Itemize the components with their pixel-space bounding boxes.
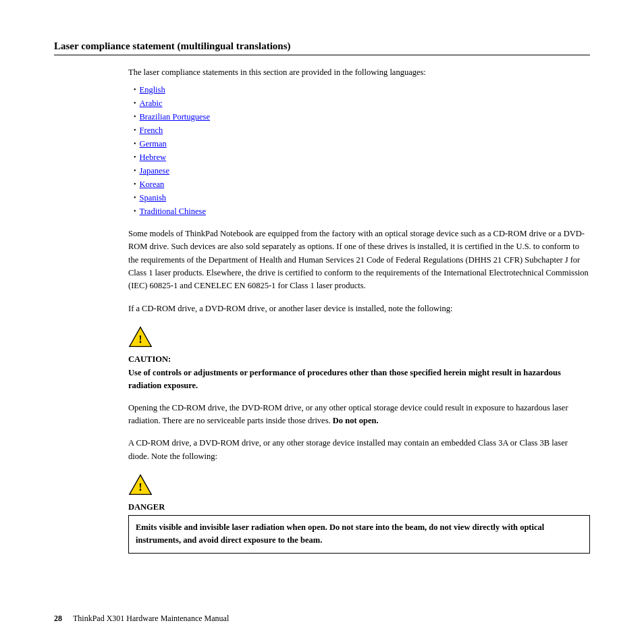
page: Laser compliance statement (multilingual… [0,0,644,644]
language-link[interactable]: Japanese [140,164,169,178]
para2: If a CD-ROM drive, a DVD-ROM drive, or a… [128,302,590,315]
caution-block: ! CAUTION: Use of controls or adjustment… [128,325,590,392]
para3-bold: Do not open. [333,416,379,425]
language-link[interactable]: Brazilian Portuguese [140,110,211,124]
danger-label: DANGER [128,502,590,512]
svg-text:!: ! [138,333,142,346]
language-list-item: Spanish [134,191,590,205]
language-link[interactable]: German [140,137,167,151]
language-list-item: German [134,137,590,151]
language-link[interactable]: English [140,83,165,97]
language-list-item: Brazilian Portuguese [134,110,590,124]
danger-text: Emits visible and invisible laser radiat… [136,521,583,547]
language-link[interactable]: Hebrew [140,151,167,164]
warning-icon: ! [128,325,153,349]
caution-text: Use of controls or adjustments or perfor… [128,367,590,392]
language-list-item: Arabic [134,97,590,110]
svg-text:!: ! [138,481,142,493]
language-list-item: Korean [134,178,590,191]
intro-text: The laser compliance statements in this … [128,66,590,79]
section-title: Laser compliance statement (multilingual… [54,41,590,55]
caution-label: CAUTION: [128,354,590,365]
danger-icon: ! [128,473,153,497]
danger-box: Emits visible and invisible laser radiat… [128,515,590,554]
footer-title: ThinkPad X301 Hardware Maintenance Manua… [73,614,229,624]
language-list: EnglishArabicBrazilian PortugueseFrenchG… [134,83,590,218]
language-link[interactable]: Korean [140,178,165,191]
language-list-item: English [134,83,590,97]
language-link[interactable]: Arabic [140,97,163,110]
language-list-item: Hebrew [134,151,590,164]
para4: A CD-ROM drive, a DVD-ROM drive, or any … [128,437,590,463]
language-link[interactable]: Spanish [140,191,167,205]
footer-page-number: 28 [54,614,62,624]
language-link[interactable]: Traditional Chinese [140,205,207,218]
language-list-item: Traditional Chinese [134,205,590,218]
para3: Opening the CD-ROM drive, the DVD-ROM dr… [128,402,590,428]
language-list-item: French [134,124,590,137]
language-list-item: Japanese [134,164,590,178]
footer: 28 ThinkPad X301 Hardware Maintenance Ma… [54,614,590,624]
language-link[interactable]: French [140,124,163,137]
danger-block: ! DANGER Emits visible and invisible las… [128,473,590,554]
para1: Some models of ThinkPad Notebook are equ… [128,227,590,293]
